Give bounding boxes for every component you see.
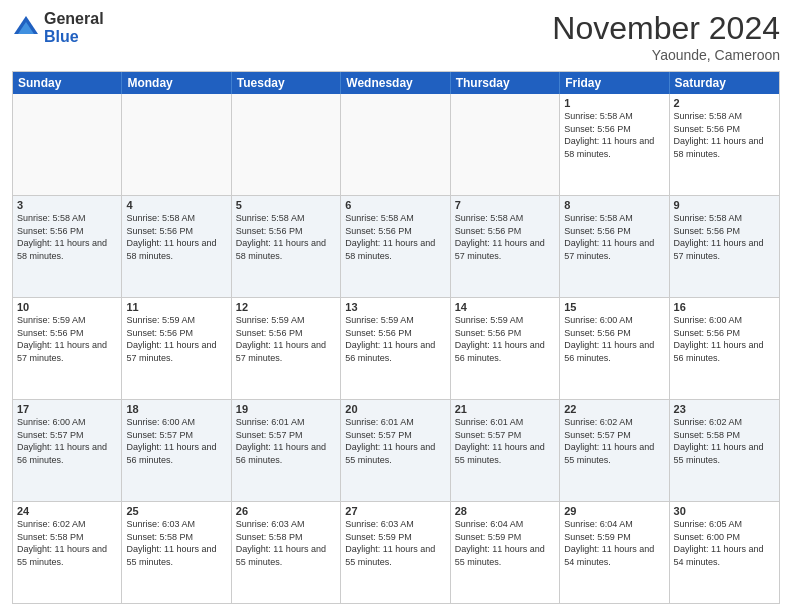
day-info: Sunrise: 6:01 AM Sunset: 5:57 PM Dayligh… — [345, 417, 435, 465]
location: Yaounde, Cameroon — [552, 47, 780, 63]
day-number: 25 — [126, 505, 226, 517]
day-info: Sunrise: 5:58 AM Sunset: 5:56 PM Dayligh… — [345, 213, 435, 261]
weekday-header: Wednesday — [341, 72, 450, 94]
day-cell: 7Sunrise: 5:58 AM Sunset: 5:56 PM Daylig… — [451, 196, 560, 297]
day-number: 28 — [455, 505, 555, 517]
day-cell: 15Sunrise: 6:00 AM Sunset: 5:56 PM Dayli… — [560, 298, 669, 399]
day-number: 19 — [236, 403, 336, 415]
logo-text: General Blue — [44, 10, 104, 45]
day-cell: 22Sunrise: 6:02 AM Sunset: 5:57 PM Dayli… — [560, 400, 669, 501]
empty-cell — [451, 94, 560, 195]
day-info: Sunrise: 5:58 AM Sunset: 5:56 PM Dayligh… — [126, 213, 216, 261]
day-cell: 1Sunrise: 5:58 AM Sunset: 5:56 PM Daylig… — [560, 94, 669, 195]
weekday-header: Thursday — [451, 72, 560, 94]
calendar-body: 1Sunrise: 5:58 AM Sunset: 5:56 PM Daylig… — [13, 94, 779, 603]
day-cell: 28Sunrise: 6:04 AM Sunset: 5:59 PM Dayli… — [451, 502, 560, 603]
calendar-header: SundayMondayTuesdayWednesdayThursdayFrid… — [13, 72, 779, 94]
day-number: 7 — [455, 199, 555, 211]
day-info: Sunrise: 5:59 AM Sunset: 5:56 PM Dayligh… — [126, 315, 216, 363]
day-info: Sunrise: 5:59 AM Sunset: 5:56 PM Dayligh… — [455, 315, 545, 363]
day-number: 4 — [126, 199, 226, 211]
day-number: 10 — [17, 301, 117, 313]
day-number: 17 — [17, 403, 117, 415]
day-number: 29 — [564, 505, 664, 517]
day-info: Sunrise: 6:02 AM Sunset: 5:58 PM Dayligh… — [674, 417, 764, 465]
day-number: 5 — [236, 199, 336, 211]
day-number: 15 — [564, 301, 664, 313]
day-cell: 14Sunrise: 5:59 AM Sunset: 5:56 PM Dayli… — [451, 298, 560, 399]
day-number: 23 — [674, 403, 775, 415]
title-block: November 2024 Yaounde, Cameroon — [552, 10, 780, 63]
day-number: 27 — [345, 505, 445, 517]
logo-icon — [12, 14, 40, 42]
day-number: 18 — [126, 403, 226, 415]
weekday-header: Friday — [560, 72, 669, 94]
day-info: Sunrise: 5:58 AM Sunset: 5:56 PM Dayligh… — [17, 213, 107, 261]
day-cell: 13Sunrise: 5:59 AM Sunset: 5:56 PM Dayli… — [341, 298, 450, 399]
page: General Blue November 2024 Yaounde, Came… — [0, 0, 792, 612]
day-info: Sunrise: 6:04 AM Sunset: 5:59 PM Dayligh… — [564, 519, 654, 567]
day-cell: 24Sunrise: 6:02 AM Sunset: 5:58 PM Dayli… — [13, 502, 122, 603]
day-number: 13 — [345, 301, 445, 313]
day-cell: 21Sunrise: 6:01 AM Sunset: 5:57 PM Dayli… — [451, 400, 560, 501]
weekday-header: Tuesday — [232, 72, 341, 94]
day-number: 11 — [126, 301, 226, 313]
day-number: 26 — [236, 505, 336, 517]
day-cell: 5Sunrise: 5:58 AM Sunset: 5:56 PM Daylig… — [232, 196, 341, 297]
day-info: Sunrise: 6:02 AM Sunset: 5:57 PM Dayligh… — [564, 417, 654, 465]
day-info: Sunrise: 6:03 AM Sunset: 5:59 PM Dayligh… — [345, 519, 435, 567]
day-info: Sunrise: 6:00 AM Sunset: 5:56 PM Dayligh… — [674, 315, 764, 363]
day-cell: 6Sunrise: 5:58 AM Sunset: 5:56 PM Daylig… — [341, 196, 450, 297]
day-info: Sunrise: 5:59 AM Sunset: 5:56 PM Dayligh… — [17, 315, 107, 363]
empty-cell — [341, 94, 450, 195]
day-info: Sunrise: 5:58 AM Sunset: 5:56 PM Dayligh… — [564, 213, 654, 261]
day-cell: 19Sunrise: 6:01 AM Sunset: 5:57 PM Dayli… — [232, 400, 341, 501]
day-info: Sunrise: 6:00 AM Sunset: 5:56 PM Dayligh… — [564, 315, 654, 363]
day-cell: 17Sunrise: 6:00 AM Sunset: 5:57 PM Dayli… — [13, 400, 122, 501]
day-number: 12 — [236, 301, 336, 313]
empty-cell — [122, 94, 231, 195]
empty-cell — [232, 94, 341, 195]
logo: General Blue — [12, 10, 104, 45]
day-info: Sunrise: 6:01 AM Sunset: 5:57 PM Dayligh… — [236, 417, 326, 465]
day-number: 24 — [17, 505, 117, 517]
logo-blue: Blue — [44, 28, 104, 46]
day-cell: 9Sunrise: 5:58 AM Sunset: 5:56 PM Daylig… — [670, 196, 779, 297]
day-info: Sunrise: 6:00 AM Sunset: 5:57 PM Dayligh… — [17, 417, 107, 465]
day-cell: 30Sunrise: 6:05 AM Sunset: 6:00 PM Dayli… — [670, 502, 779, 603]
day-cell: 29Sunrise: 6:04 AM Sunset: 5:59 PM Dayli… — [560, 502, 669, 603]
day-cell: 23Sunrise: 6:02 AM Sunset: 5:58 PM Dayli… — [670, 400, 779, 501]
day-number: 9 — [674, 199, 775, 211]
day-number: 20 — [345, 403, 445, 415]
day-info: Sunrise: 5:59 AM Sunset: 5:56 PM Dayligh… — [345, 315, 435, 363]
calendar-row: 3Sunrise: 5:58 AM Sunset: 5:56 PM Daylig… — [13, 195, 779, 297]
calendar-row: 1Sunrise: 5:58 AM Sunset: 5:56 PM Daylig… — [13, 94, 779, 195]
empty-cell — [13, 94, 122, 195]
month-title: November 2024 — [552, 10, 780, 47]
logo-general: General — [44, 10, 104, 28]
day-info: Sunrise: 5:58 AM Sunset: 5:56 PM Dayligh… — [674, 213, 764, 261]
day-info: Sunrise: 6:04 AM Sunset: 5:59 PM Dayligh… — [455, 519, 545, 567]
day-cell: 20Sunrise: 6:01 AM Sunset: 5:57 PM Dayli… — [341, 400, 450, 501]
day-info: Sunrise: 6:03 AM Sunset: 5:58 PM Dayligh… — [126, 519, 216, 567]
day-info: Sunrise: 6:02 AM Sunset: 5:58 PM Dayligh… — [17, 519, 107, 567]
day-cell: 11Sunrise: 5:59 AM Sunset: 5:56 PM Dayli… — [122, 298, 231, 399]
day-cell: 25Sunrise: 6:03 AM Sunset: 5:58 PM Dayli… — [122, 502, 231, 603]
day-info: Sunrise: 6:03 AM Sunset: 5:58 PM Dayligh… — [236, 519, 326, 567]
day-number: 30 — [674, 505, 775, 517]
weekday-header: Sunday — [13, 72, 122, 94]
day-info: Sunrise: 6:00 AM Sunset: 5:57 PM Dayligh… — [126, 417, 216, 465]
day-cell: 27Sunrise: 6:03 AM Sunset: 5:59 PM Dayli… — [341, 502, 450, 603]
day-cell: 26Sunrise: 6:03 AM Sunset: 5:58 PM Dayli… — [232, 502, 341, 603]
day-number: 2 — [674, 97, 775, 109]
day-number: 14 — [455, 301, 555, 313]
day-number: 22 — [564, 403, 664, 415]
day-info: Sunrise: 5:58 AM Sunset: 5:56 PM Dayligh… — [564, 111, 654, 159]
day-cell: 8Sunrise: 5:58 AM Sunset: 5:56 PM Daylig… — [560, 196, 669, 297]
day-cell: 4Sunrise: 5:58 AM Sunset: 5:56 PM Daylig… — [122, 196, 231, 297]
day-number: 21 — [455, 403, 555, 415]
day-info: Sunrise: 5:58 AM Sunset: 5:56 PM Dayligh… — [674, 111, 764, 159]
day-cell: 10Sunrise: 5:59 AM Sunset: 5:56 PM Dayli… — [13, 298, 122, 399]
day-number: 6 — [345, 199, 445, 211]
day-cell: 12Sunrise: 5:59 AM Sunset: 5:56 PM Dayli… — [232, 298, 341, 399]
